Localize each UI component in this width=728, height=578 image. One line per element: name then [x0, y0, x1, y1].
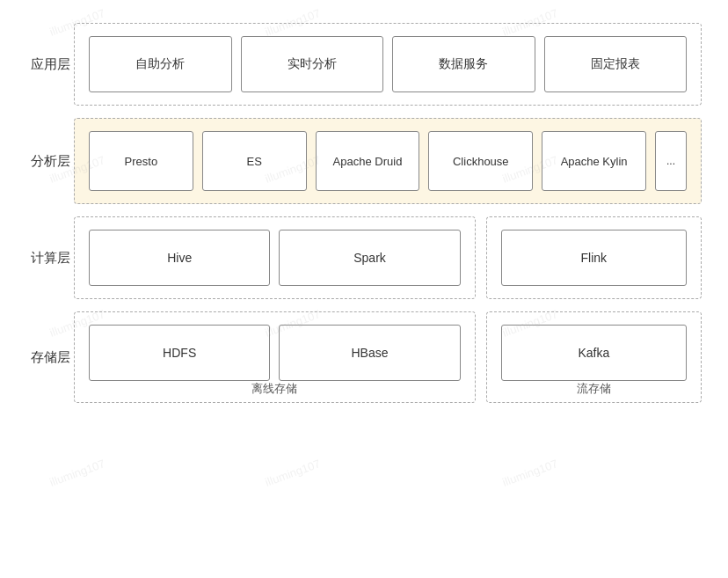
storage-left-label: 离线存储 [75, 381, 475, 397]
storage-box-hbase: HBase [279, 325, 460, 381]
storage-boxes-left: HDFS HBase [89, 325, 461, 381]
analysis-box-3: Clickhouse [428, 131, 533, 191]
compute-layer-row: 计算层 Hive Spark Flink [26, 216, 702, 299]
app-layer-label: 应用层 [26, 23, 74, 106]
watermark-12: illuming107 [500, 457, 559, 489]
watermark-11: illuming107 [263, 457, 322, 489]
analysis-box-0: Presto [89, 131, 193, 191]
storage-layer-row: 存储层 HDFS HBase 离线存储 Kafka 流存储 [26, 311, 702, 403]
analysis-box-5: ... [655, 131, 687, 191]
architecture-diagram: 应用层 自助分析 实时分析 数据服务 固定报表 分析层 Presto ES Ap… [26, 23, 702, 403]
app-box-1: 实时分析 [241, 36, 384, 92]
compute-group-right: Flink [486, 216, 702, 299]
app-box-0: 自助分析 [89, 36, 232, 92]
compute-layer-label: 计算层 [26, 216, 74, 299]
storage-boxes-right: Kafka [501, 325, 687, 381]
app-layer-row: 应用层 自助分析 实时分析 数据服务 固定报表 [26, 23, 702, 106]
storage-group-stream: Kafka 流存储 [486, 311, 702, 403]
storage-layer-label: 存储层 [26, 311, 74, 403]
app-box-3: 固定报表 [544, 36, 688, 92]
compute-group-left: Hive Spark [74, 216, 476, 299]
storage-box-hdfs: HDFS [89, 325, 270, 381]
compute-box-spark: Spark [279, 230, 460, 286]
compute-layer-container: Hive Spark Flink [74, 216, 702, 299]
analysis-layer-label: 分析层 [26, 118, 74, 204]
analysis-box-4: Apache Kylin [542, 131, 646, 191]
analysis-box-1: ES [202, 131, 307, 191]
storage-group-offline: HDFS HBase 离线存储 [74, 311, 476, 403]
analysis-box-2: Apache Druid [316, 131, 420, 191]
app-box-2: 数据服务 [392, 36, 535, 92]
storage-box-kafka: Kafka [501, 325, 687, 381]
compute-box-hive: Hive [89, 230, 270, 286]
compute-box-flink: Flink [501, 230, 687, 286]
watermark-10: illuming107 [47, 457, 106, 489]
analysis-layer-row: 分析层 Presto ES Apache Druid Clickhouse Ap… [26, 118, 702, 204]
app-layer-container: 自助分析 实时分析 数据服务 固定报表 [74, 23, 702, 106]
analysis-layer-container: Presto ES Apache Druid Clickhouse Apache… [74, 118, 702, 204]
storage-layer-container: HDFS HBase 离线存储 Kafka 流存储 [74, 311, 702, 403]
storage-right-label: 流存储 [487, 381, 701, 397]
